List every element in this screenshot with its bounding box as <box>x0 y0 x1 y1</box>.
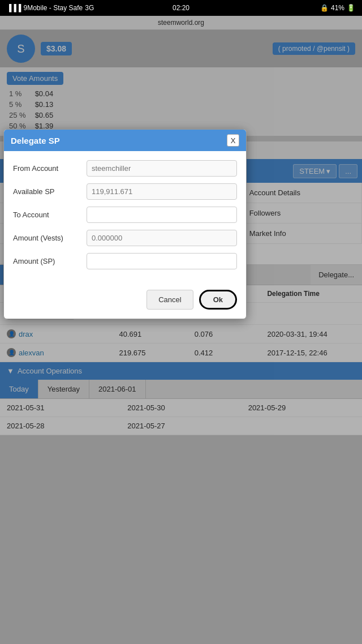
amount-vests-row: Amount (Vests) <box>13 230 237 246</box>
available-sp-label: Available SP <box>13 187 87 196</box>
available-sp-input[interactable] <box>87 183 237 200</box>
dialog-header: Delegate SP X <box>4 130 246 151</box>
cancel-button[interactable]: Cancel <box>146 290 193 310</box>
dialog-title: Delegate SP <box>11 136 60 145</box>
carrier-label: 9Mobile - Stay Safe <box>24 4 83 12</box>
from-account-row: From Account <box>13 160 237 177</box>
amount-vests-label: Amount (Vests) <box>13 234 87 242</box>
amount-sp-label: Amount (SP) <box>13 257 87 265</box>
status-bar-time: 02:20 <box>173 4 189 12</box>
to-account-label: To Account <box>13 211 87 219</box>
network-label: 3G <box>85 4 94 12</box>
ok-button[interactable]: Ok <box>199 290 237 310</box>
modal-overlay: Delegate SP X From Account Available SP … <box>0 16 362 644</box>
battery-label: 41% <box>331 4 344 12</box>
from-account-label: From Account <box>13 164 87 173</box>
status-bar: ▐▐▐ 9Mobile - Stay Safe 3G 02:20 🔒 41% 🔋 <box>0 0 362 16</box>
delegate-sp-dialog: Delegate SP X From Account Available SP … <box>3 129 247 319</box>
lock-icon: 🔒 <box>320 4 329 12</box>
to-account-row: To Account <box>13 207 237 223</box>
signal-icon: ▐▐▐ <box>7 4 21 12</box>
amount-sp-input[interactable] <box>87 253 237 269</box>
dialog-close-button[interactable]: X <box>227 134 239 147</box>
amount-vests-input[interactable] <box>87 230 237 246</box>
status-bar-left: ▐▐▐ 9Mobile - Stay Safe 3G <box>7 4 94 12</box>
dialog-body: From Account Available SP To Account Amo… <box>4 151 246 285</box>
from-account-input[interactable] <box>87 160 237 177</box>
dialog-footer: Cancel Ok <box>4 285 246 319</box>
available-sp-row: Available SP <box>13 183 237 200</box>
amount-sp-row: Amount (SP) <box>13 253 237 269</box>
to-account-input[interactable] <box>87 207 237 223</box>
status-bar-right: 🔒 41% 🔋 <box>320 4 355 12</box>
battery-icon: 🔋 <box>347 4 355 12</box>
